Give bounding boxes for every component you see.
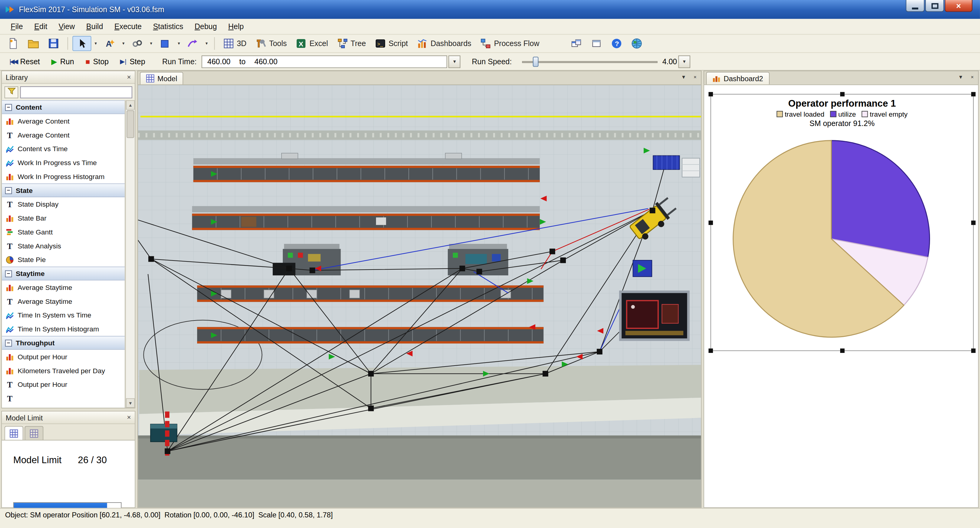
library-item[interactable]: State Gantt <box>2 225 125 239</box>
scrollbar-thumb[interactable] <box>127 110 134 138</box>
flow-tool-button[interactable] <box>183 36 202 51</box>
operator-station <box>151 424 177 442</box>
menu-view[interactable]: View <box>53 20 81 33</box>
library-item[interactable]: TOutput per Hour <box>2 378 125 391</box>
library-item[interactable]: Content vs Time <box>2 142 125 156</box>
dropdown-icon[interactable]: ▾ <box>204 41 210 46</box>
library-group-state[interactable]: −State <box>2 183 125 197</box>
close-button[interactable]: × <box>945 0 972 12</box>
tab-dashboard2[interactable]: Dashboard2 <box>706 72 769 85</box>
color-tool-button[interactable] <box>156 36 174 51</box>
menu-file[interactable]: File <box>5 20 29 33</box>
help-button[interactable]: ? <box>607 36 626 51</box>
library-item[interactable]: Time In System Histogram <box>2 322 125 336</box>
model-3d-view[interactable] <box>138 85 702 508</box>
slider-thumb[interactable] <box>533 56 538 66</box>
run-time-dropdown-button[interactable]: ▼ <box>449 55 461 68</box>
toolbar-tools-button[interactable]: Tools <box>251 36 291 51</box>
close-icon[interactable]: × <box>127 73 131 81</box>
resize-handle[interactable] <box>971 92 976 97</box>
dashboard-body[interactable]: Operator performance 1 travel loadedutil… <box>703 85 979 508</box>
library-filter-input[interactable] <box>20 86 132 98</box>
library-panel-header[interactable]: Library × <box>2 71 135 84</box>
model-limit-header[interactable]: Model Limit × <box>2 412 135 424</box>
window-layout-button-2[interactable] <box>587 36 606 51</box>
step-button[interactable]: ▶|Step <box>115 54 151 69</box>
library-group-throughput[interactable]: −Throughput <box>2 336 125 350</box>
tab-list-dropdown-icon[interactable]: ▼ <box>958 74 963 80</box>
model-3d-viewport[interactable] <box>137 85 702 508</box>
scroll-down-icon[interactable]: ▼ <box>126 398 135 408</box>
open-model-button[interactable] <box>24 36 43 51</box>
resize-handle[interactable] <box>971 220 976 225</box>
tab-close-icon[interactable]: × <box>694 74 697 80</box>
save-model-button[interactable] <box>44 36 63 51</box>
tab-close-icon[interactable]: × <box>970 74 974 80</box>
run-speed-slider[interactable] <box>522 56 657 67</box>
library-item[interactable]: Work In Progress Histogram <box>2 170 125 183</box>
model-limit-tab-1[interactable] <box>5 426 23 440</box>
new-model-button[interactable] <box>4 36 22 51</box>
toolbar-process-flow-button[interactable]: Process Flow <box>476 36 543 51</box>
library-item[interactable]: Average Staytime <box>2 281 125 294</box>
resize-handle[interactable] <box>971 348 976 353</box>
menu-help[interactable]: Help <box>223 20 250 33</box>
close-icon[interactable]: × <box>127 414 131 421</box>
menu-statistics[interactable]: Statistics <box>148 20 189 33</box>
dropdown-icon[interactable]: ▾ <box>176 41 182 46</box>
library-item[interactable]: Time In System vs Time <box>2 308 125 322</box>
library-item[interactable]: State Pie <box>2 253 125 266</box>
library-item[interactable]: Kilometers Traveled per Day <box>2 364 125 378</box>
collapse-icon[interactable]: − <box>5 187 12 194</box>
stop-button[interactable]: ■Stop <box>80 54 114 69</box>
window-layout-button-1[interactable] <box>567 36 586 51</box>
menu-execute[interactable]: Execute <box>109 20 148 33</box>
library-scrollbar[interactable]: ▲ ▼ <box>125 100 135 408</box>
reset-button[interactable]: |◀◀Reset <box>4 54 45 69</box>
animation-tool-button[interactable]: A <box>100 36 119 51</box>
collapse-icon[interactable]: − <box>5 339 12 346</box>
web-button[interactable] <box>628 36 646 51</box>
model-limit-tab-2[interactable] <box>24 426 43 440</box>
menu-debug[interactable]: Debug <box>189 20 223 33</box>
filter-button[interactable] <box>5 86 19 98</box>
collapse-icon[interactable]: − <box>5 104 12 110</box>
dropdown-icon[interactable]: ▾ <box>148 41 154 46</box>
library-item[interactable]: TState Analysis <box>2 239 125 253</box>
library-item[interactable]: Work In Progress vs Time <box>2 156 125 170</box>
library-item[interactable]: T <box>2 391 125 405</box>
connection-tool-button[interactable] <box>128 36 146 51</box>
toolbar-tree-button[interactable]: Tree <box>333 36 370 51</box>
library-item[interactable]: Output per Hour <box>2 350 125 364</box>
library-item[interactable]: State Bar <box>2 211 125 225</box>
scroll-up-icon[interactable]: ▲ <box>126 100 135 110</box>
maximize-button[interactable] <box>925 0 944 12</box>
toolbar-3d-button[interactable]: 3D <box>219 36 250 51</box>
resize-handle[interactable] <box>708 92 713 97</box>
dropdown-icon[interactable]: ▾ <box>120 41 127 46</box>
library-item[interactable]: TState Display <box>2 197 125 211</box>
toolbar-excel-button[interactable]: X Excel <box>292 36 332 51</box>
library-group-content[interactable]: −Content <box>2 100 125 114</box>
resize-handle[interactable] <box>840 348 845 353</box>
run-button[interactable]: ▶Run <box>45 54 80 69</box>
menu-build[interactable]: Build <box>81 20 109 33</box>
toolbar-script-button[interactable]: >_ Script <box>371 36 412 51</box>
minimize-button[interactable] <box>905 0 924 12</box>
collapse-icon[interactable]: − <box>5 270 12 277</box>
dropdown-icon[interactable]: ▾ <box>93 41 99 46</box>
library-item[interactable]: TAverage Content <box>2 128 125 142</box>
pie-chart-widget[interactable]: Operator performance 1 travel loadedutil… <box>711 94 974 351</box>
library-item[interactable]: TAverage Staytime <box>2 294 125 308</box>
resize-handle[interactable] <box>840 92 845 97</box>
library-group-staytime[interactable]: −Staytime <box>2 266 125 281</box>
pointer-tool-button[interactable] <box>72 36 91 51</box>
resize-handle[interactable] <box>708 348 713 353</box>
run-time-input[interactable]: 460.00 to 460.00 <box>202 55 447 68</box>
run-speed-dropdown-button[interactable]: ▼ <box>678 55 690 68</box>
menu-edit[interactable]: Edit <box>29 20 53 33</box>
library-item[interactable]: Average Content <box>2 114 125 128</box>
tab-model[interactable]: Model <box>140 72 183 85</box>
toolbar-dashboards-button[interactable]: Dashboards <box>413 36 475 51</box>
resize-handle[interactable] <box>708 220 713 225</box>
